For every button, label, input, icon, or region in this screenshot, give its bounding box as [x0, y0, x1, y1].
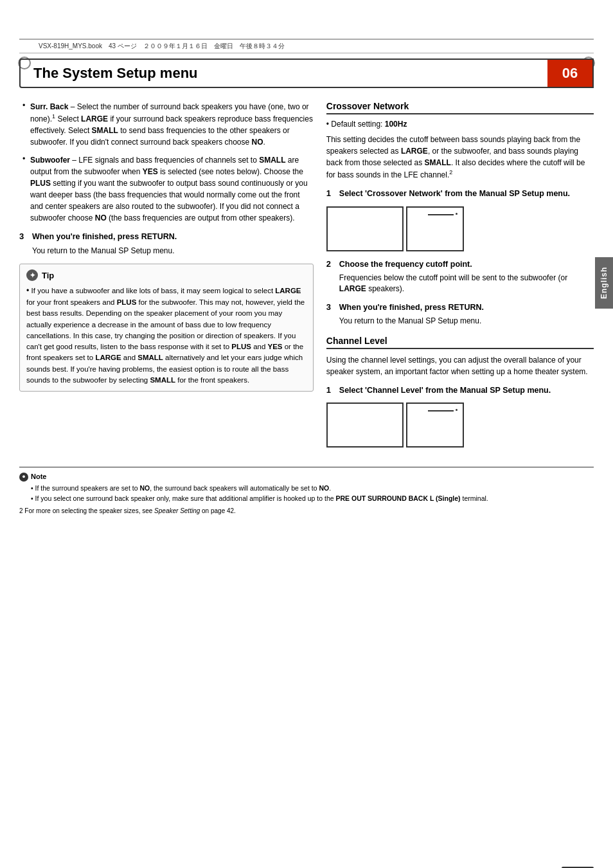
- chapter-number: 06: [547, 60, 592, 87]
- bullet-dot-2: •: [22, 154, 30, 224]
- note-item-1: • If the surround speakers are set to NO…: [19, 484, 594, 494]
- osd-left-panel-2: [326, 402, 404, 448]
- main-content: • Surr. Back – Select the number of surr…: [19, 101, 594, 454]
- crossover-step2-num: 2: [326, 259, 335, 269]
- left-step3-instruction: When you're finished, press RETURN.: [32, 231, 177, 243]
- osd-bar-2: [428, 410, 454, 411]
- crossover-step1-num: 1: [326, 188, 335, 198]
- note-header: ● Note: [19, 471, 594, 482]
- tip-label: Tip: [42, 271, 54, 280]
- left-step3-num: 3: [19, 231, 28, 241]
- bullet-surr-back: • Surr. Back – Select the number of surr…: [19, 101, 314, 148]
- bullet-subwoofer: • Subwoofer – LFE signals and bass frequ…: [19, 154, 314, 224]
- osd-right-panel-1: [406, 206, 464, 251]
- osd-dot-1: [456, 213, 458, 215]
- left-step3-subtext: You return to the Manual SP Setup menu.: [32, 246, 314, 257]
- crossover-step3: 3 When you're finished, press RETURN.: [326, 302, 594, 314]
- top-metadata-bar: VSX-819H_MYS.book 43 ページ ２００９年１月１６日 金曜日 …: [19, 39, 594, 53]
- crossover-step2: 2 Choose the frequency cutoff point.: [326, 259, 594, 271]
- osd-left-panel-1: [326, 206, 404, 251]
- crossover-network-heading: Crossover Network: [326, 101, 594, 114]
- crossover-default-setting: • Default setting: 100Hz: [326, 120, 594, 129]
- right-column: Crossover Network • Default setting: 100…: [326, 101, 594, 454]
- page-title: The System Setup menu: [21, 60, 547, 87]
- note-label: Note: [31, 471, 46, 482]
- file-metadata: VSX-819H_MYS.book 43 ページ ２００９年１月１６日 金曜日 …: [39, 42, 285, 50]
- note-box: ● Note • If the surround speakers are se…: [19, 467, 594, 520]
- left-column: • Surr. Back – Select the number of surr…: [19, 101, 314, 454]
- bullet-subwoofer-text: Subwoofer – LFE signals and bass frequen…: [30, 154, 314, 224]
- channel-level-osd-screen: [326, 402, 594, 448]
- crossover-step3-instruction: When you're finished, press RETURN.: [339, 302, 484, 314]
- page-header: The System Setup menu 06: [19, 59, 594, 88]
- bullet-dot-1: •: [22, 101, 30, 148]
- crossover-step1-instruction: Select 'Crossover Network' from the Manu…: [339, 188, 570, 200]
- tip-icon: ✦: [26, 269, 38, 281]
- tip-box: ✦ Tip • If you have a subwoofer and like…: [19, 264, 314, 392]
- tip-header: ✦ Tip: [26, 269, 306, 281]
- crossover-body: This setting decides the cutoff between …: [326, 134, 594, 181]
- channel-level-step1-num: 1: [326, 385, 335, 395]
- surr-back-label: Surr. Back: [30, 102, 68, 111]
- crossover-osd-screen: [326, 206, 594, 251]
- footnote-2: 2 For more on selecting the speaker size…: [19, 506, 594, 516]
- crossover-step2-subtext: Frequencies below the cutoff point will …: [339, 273, 594, 294]
- subwoofer-label: Subwoofer: [30, 156, 70, 165]
- note-item-2: • If you select one surround back speake…: [19, 494, 594, 504]
- channel-level-step1-instruction: Select 'Channel Level' from the Manual S…: [339, 385, 551, 397]
- crossover-step1: 1 Select 'Crossover Network' from the Ma…: [326, 188, 594, 200]
- english-tab: English: [595, 257, 613, 309]
- note-icon: ●: [19, 473, 28, 482]
- tip-text: • If you have a subwoofer and like lots …: [26, 285, 306, 386]
- channel-level-step1: 1 Select 'Channel Level' from the Manual…: [326, 385, 594, 397]
- bullet-surr-back-text: Surr. Back – Select the number of surrou…: [30, 101, 314, 148]
- crossover-step3-subtext: You return to the Manual SP Setup menu.: [339, 316, 594, 327]
- crossover-step2-instruction: Choose the frequency cutoff point.: [339, 259, 472, 271]
- crossover-step3-num: 3: [326, 302, 335, 312]
- osd-bar-1: [428, 214, 454, 215]
- osd-right-panel-2: [406, 402, 464, 448]
- channel-level-body: Using the channel level settings, you ca…: [326, 354, 594, 377]
- left-step3: 3 When you're finished, press RETURN.: [19, 231, 314, 243]
- osd-dot-2: [456, 409, 458, 411]
- channel-level-heading: Channel Level: [326, 336, 594, 349]
- page-container: VSX-819H_MYS.book 43 ページ ２００９年１月１６日 金曜日 …: [0, 39, 613, 868]
